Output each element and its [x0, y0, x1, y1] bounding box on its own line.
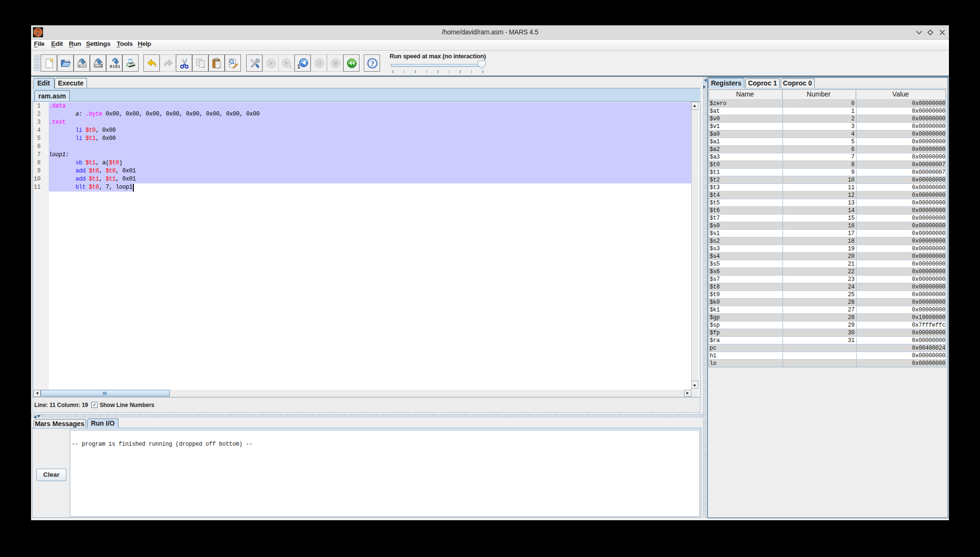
svg-text:0101: 0101 — [110, 64, 120, 69]
svg-text:1: 1 — [290, 64, 292, 69]
svg-text:?: ? — [370, 59, 374, 67]
